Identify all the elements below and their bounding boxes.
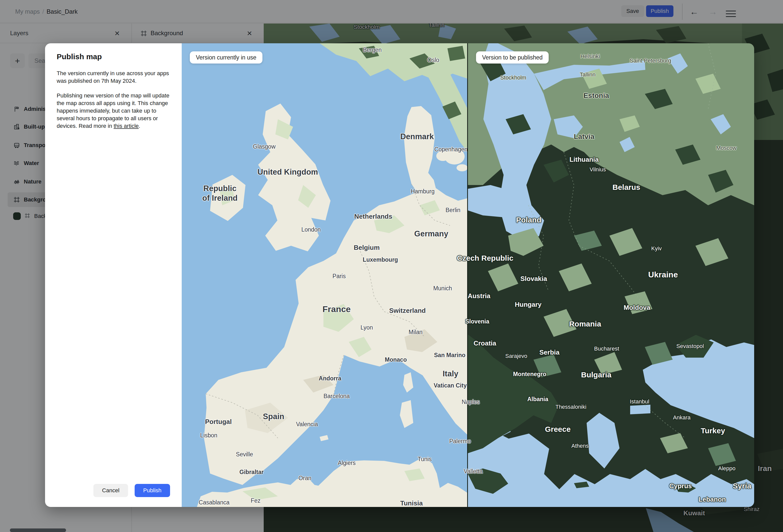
compare-divider — [467, 43, 468, 507]
publish-dialog: Publish map The version currently in use… — [45, 43, 182, 507]
cancel-button[interactable]: Cancel — [93, 484, 128, 497]
dialog-title: Publish map — [57, 52, 102, 61]
app-root: My maps / Basic_Dark Save Publish ← → La… — [0, 0, 783, 532]
version-current-chip: Version currently in use — [190, 51, 262, 64]
map-version-new[interactable]: Version to be published HelsinkiSaint Pe… — [468, 43, 754, 507]
this-article-link[interactable]: this article — [114, 123, 139, 129]
map-version-current[interactable]: Version currently in use BergenOsloGlasg… — [182, 43, 468, 507]
dialog-paragraph-2: Publishing new version of the map will u… — [57, 92, 173, 130]
dialog-paragraph-1: The version currently in use across your… — [57, 70, 173, 85]
publish-modal: Publish map The version currently in use… — [45, 43, 754, 507]
dialog-footer: Cancel Publish — [93, 484, 170, 497]
publish-confirm-button[interactable]: Publish — [135, 484, 170, 497]
version-new-chip: Version to be published — [476, 51, 549, 64]
